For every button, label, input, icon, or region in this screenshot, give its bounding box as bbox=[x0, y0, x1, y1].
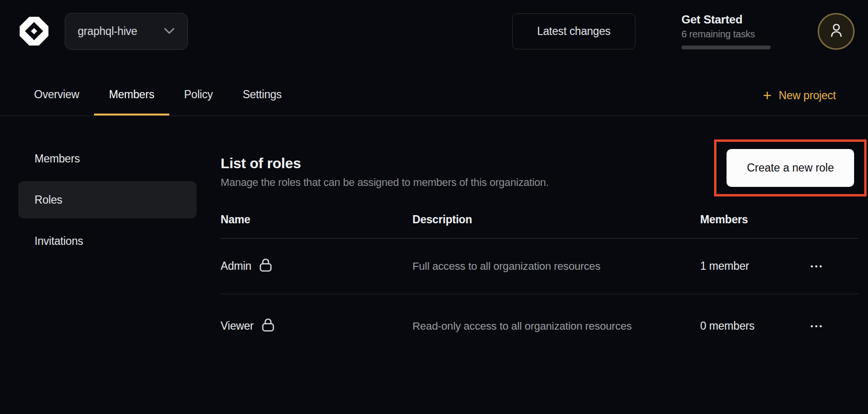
app-root: graphql-hive Latest changes Get Started … bbox=[0, 0, 868, 414]
annotation-highlight-box: Create a new role bbox=[714, 139, 867, 196]
tab-members[interactable]: Members bbox=[94, 88, 169, 115]
roles-header: List of roles Manage the roles that can … bbox=[221, 139, 858, 196]
new-project-link[interactable]: + New project bbox=[763, 89, 836, 115]
get-started-subtitle: 6 remaining tasks bbox=[681, 29, 771, 40]
user-icon bbox=[828, 22, 845, 41]
role-description-cell: Full access to all organization resource… bbox=[412, 257, 638, 276]
hive-logo-icon bbox=[18, 15, 50, 47]
tab-policy[interactable]: Policy bbox=[169, 88, 228, 115]
ellipsis-icon: ••• bbox=[810, 262, 824, 270]
role-name-cell: Admin bbox=[221, 258, 412, 275]
org-switcher[interactable]: graphql-hive bbox=[65, 13, 188, 50]
user-avatar[interactable] bbox=[818, 13, 855, 50]
lock-icon bbox=[259, 258, 272, 275]
create-new-role-button[interactable]: Create a new role bbox=[727, 149, 854, 187]
members-side-nav: Members Roles Invitations bbox=[18, 116, 197, 414]
roles-table: Name Description Members Admin bbox=[221, 201, 858, 358]
header-right: Latest changes Get Started 6 remaining t… bbox=[512, 13, 855, 50]
sidebar-item-invitations[interactable]: Invitations bbox=[18, 222, 197, 260]
table-row-viewer: Viewer Read-only access to all organizat… bbox=[221, 294, 858, 358]
row-actions-menu-button[interactable]: ••• bbox=[810, 322, 858, 331]
get-started-progress-bar bbox=[681, 46, 771, 49]
plus-icon: + bbox=[763, 91, 772, 101]
title-block: List of roles Manage the roles that can … bbox=[221, 155, 549, 189]
role-description-cell: Read-only access to all organization res… bbox=[412, 317, 638, 336]
tab-bar: Overview Members Policy Settings + New p… bbox=[0, 62, 868, 116]
get-started-title: Get Started bbox=[681, 13, 771, 26]
lock-icon bbox=[261, 318, 275, 335]
role-name-cell: Viewer bbox=[221, 318, 412, 335]
tab-overview[interactable]: Overview bbox=[19, 88, 94, 115]
sidebar-item-roles[interactable]: Roles bbox=[18, 181, 197, 218]
page-subtitle: Manage the roles that can be assigned to… bbox=[221, 176, 549, 189]
tabs: Overview Members Policy Settings bbox=[19, 88, 296, 115]
role-members-cell: 0 members bbox=[700, 320, 810, 333]
tab-settings[interactable]: Settings bbox=[228, 88, 297, 115]
table-row-admin: Admin Full access to all organization re… bbox=[221, 239, 858, 294]
column-header-name: Name bbox=[221, 213, 412, 226]
column-header-members: Members bbox=[700, 213, 810, 226]
ellipsis-icon: ••• bbox=[810, 322, 824, 330]
new-project-label: New project bbox=[779, 89, 836, 102]
sidebar-item-members[interactable]: Members bbox=[18, 140, 197, 177]
row-actions-menu-button[interactable]: ••• bbox=[810, 262, 858, 271]
get-started-widget[interactable]: Get Started 6 remaining tasks bbox=[681, 13, 771, 49]
top-header: graphql-hive Latest changes Get Started … bbox=[0, 0, 868, 62]
role-members-cell: 1 member bbox=[700, 260, 810, 273]
column-header-description: Description bbox=[412, 213, 700, 226]
latest-changes-button[interactable]: Latest changes bbox=[512, 13, 635, 49]
page-title: List of roles bbox=[221, 155, 549, 172]
table-header-row: Name Description Members bbox=[221, 201, 858, 239]
org-name: graphql-hive bbox=[78, 25, 137, 38]
chevron-down-icon bbox=[164, 28, 175, 34]
roles-main: List of roles Manage the roles that can … bbox=[221, 116, 858, 414]
content-area: Members Roles Invitations List of roles … bbox=[0, 116, 868, 414]
